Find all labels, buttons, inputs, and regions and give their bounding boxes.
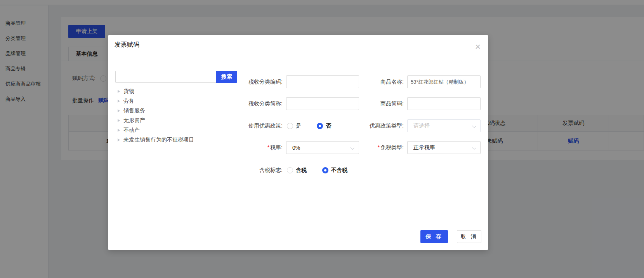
close-icon[interactable]: ✕: [472, 41, 483, 52]
tax-free-type-label: *免税类型:: [357, 141, 404, 154]
tax-code-input[interactable]: [286, 75, 359, 88]
tree-node-intangible-assets[interactable]: 无形资产: [118, 117, 194, 124]
tree-node-goods[interactable]: 货物: [118, 87, 194, 95]
use-preferential-policy-label: 使用优惠政策:: [233, 119, 283, 132]
tax-category-tree: 货物 劳务 销售服务 无形资产 不动产 未发生销售行为的不征税项目: [118, 87, 194, 146]
tax-free-type-select[interactable]: 正常税率: [407, 141, 481, 154]
policy-yes-option[interactable]: 是: [287, 122, 301, 129]
policy-no-option[interactable]: 否: [317, 122, 331, 129]
dialog-title: 发票赋码: [115, 40, 139, 49]
product-short-code-input[interactable]: [407, 97, 481, 110]
tax-free-type-label-text: 免税类型:: [380, 144, 404, 150]
tax-rate-select[interactable]: 0%: [286, 141, 359, 154]
tree-node-sales-service[interactable]: 销售服务: [118, 107, 194, 115]
tax-included-label: 含税: [296, 167, 307, 174]
tree-node-label: 无形资产: [123, 117, 145, 124]
tree-node-label: 销售服务: [123, 107, 145, 114]
tree-node-label: 不动产: [123, 127, 140, 134]
preferential-policy-radio-group: 是 否: [287, 119, 331, 132]
policy-yes-label: 是: [296, 122, 301, 129]
caret-right-icon[interactable]: [118, 138, 120, 142]
tax-free-type-value: 正常税率: [413, 144, 435, 151]
tax-included-radio-group: 含税 不含税: [287, 164, 347, 177]
chevron-down-icon: [472, 146, 476, 150]
radio-checked-icon[interactable]: [317, 123, 323, 129]
tree-node-real-estate[interactable]: 不动产: [118, 126, 194, 134]
tree-node-label: 未发生销售行为的不征税项目: [123, 136, 194, 143]
required-mark: *: [378, 144, 380, 150]
tax-excluded-label: 不含税: [331, 167, 347, 174]
tax-rate-value: 0%: [292, 145, 300, 151]
tree-node-label: 货物: [123, 88, 134, 95]
caret-right-icon[interactable]: [118, 90, 120, 93]
product-name-label: 商品名称:: [357, 75, 404, 88]
policy-type-label: 优惠政策类型:: [357, 119, 404, 132]
policy-type-placeholder: 请选择: [413, 122, 430, 129]
tree-node-labor[interactable]: 劳务: [118, 97, 194, 105]
policy-type-select[interactable]: 请选择: [407, 119, 481, 132]
invoice-coding-dialog: 发票赋码 ✕ 搜索 货物 劳务 销售服务 无形资产 不动产: [108, 35, 488, 250]
policy-no-label: 否: [326, 122, 331, 129]
page-root: 商品管理 分类管理 品牌管理 商品专辑 供应商商品审核 商品导入 申请上架 基本…: [0, 0, 644, 278]
product-short-code-label: 商品简码:: [357, 97, 404, 110]
caret-right-icon[interactable]: [118, 129, 120, 132]
product-name-input[interactable]: [407, 75, 481, 88]
tax-code-label: 税收分类编码:: [233, 75, 283, 88]
required-mark: *: [267, 144, 269, 150]
tax-category-search-input[interactable]: [115, 71, 216, 83]
tax-rate-label: *税率:: [233, 141, 283, 154]
caret-right-icon[interactable]: [118, 100, 120, 103]
chevron-down-icon: [472, 124, 476, 128]
caret-right-icon[interactable]: [118, 119, 120, 122]
tax-short-name-input[interactable]: [286, 97, 359, 110]
tax-included-flag-label: 含税标志:: [233, 164, 283, 177]
radio-unchecked-icon[interactable]: [287, 123, 293, 129]
save-button[interactable]: 保 存: [420, 230, 448, 243]
radio-unchecked-icon[interactable]: [287, 167, 293, 173]
tax-included-option[interactable]: 含税: [287, 167, 307, 174]
tax-short-name-label: 税收分类简称:: [233, 97, 283, 110]
radio-checked-icon[interactable]: [322, 167, 328, 173]
chevron-down-icon: [351, 146, 354, 150]
tax-rate-label-text: 税率:: [270, 144, 283, 150]
tax-excluded-option[interactable]: 不含税: [322, 167, 347, 174]
tree-node-label: 劳务: [123, 98, 134, 105]
tree-node-non-taxable-items[interactable]: 未发生销售行为的不征税项目: [118, 136, 194, 144]
caret-right-icon[interactable]: [118, 109, 120, 112]
cancel-button[interactable]: 取 消: [457, 230, 481, 243]
